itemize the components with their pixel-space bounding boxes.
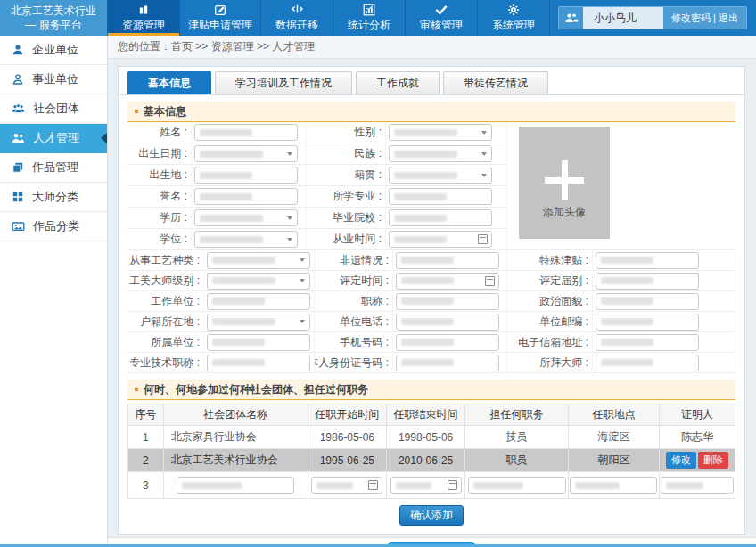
text-input[interactable] xyxy=(389,209,492,226)
field-label: 从事工艺种类 : xyxy=(127,250,204,271)
select-field[interactable] xyxy=(194,209,298,226)
text-input[interactable] xyxy=(396,293,499,310)
nav-item-system-management[interactable]: 系统管理 xyxy=(478,0,550,36)
text-input[interactable] xyxy=(596,314,699,331)
text-input[interactable] xyxy=(570,477,657,494)
tab-training-work[interactable]: 学习培训及工作情况 xyxy=(215,71,352,94)
text-input[interactable] xyxy=(177,477,294,494)
text-input[interactable] xyxy=(396,314,499,331)
confirm-add-row-button[interactable]: 确认添加 xyxy=(399,505,464,526)
caret-down-icon xyxy=(481,152,487,156)
edit-button[interactable]: 修改 xyxy=(666,452,696,469)
field-cell xyxy=(204,312,315,332)
caret-down-icon xyxy=(287,216,292,220)
text-input[interactable] xyxy=(207,355,310,371)
text-input[interactable] xyxy=(207,334,310,351)
date-field[interactable] xyxy=(311,477,382,494)
delete-button[interactable]: 删除 xyxy=(698,452,728,469)
tab-apprentice-teaching[interactable]: 带徒传艺情况 xyxy=(443,71,548,94)
select-field[interactable] xyxy=(207,314,310,331)
tab-basic-info[interactable]: 基本信息 xyxy=(127,71,211,94)
table-cell: 职员 xyxy=(465,449,569,472)
account-actions[interactable]: 修改密码 | 退出 xyxy=(663,7,746,29)
sidebar-item-social-groups[interactable]: 社会团体 xyxy=(0,94,107,124)
field-cell xyxy=(192,165,306,186)
text-input[interactable] xyxy=(194,167,298,184)
sidebar-item-enterprise-units[interactable]: 企业单位 xyxy=(0,36,107,65)
redacted-value xyxy=(396,482,432,489)
field-label: 户籍所在地 : xyxy=(127,312,204,332)
text-input[interactable] xyxy=(396,334,499,351)
avatar-upload[interactable]: 添加头像 xyxy=(519,127,610,239)
field-cell xyxy=(386,208,507,229)
select-field[interactable] xyxy=(207,273,310,290)
nav-item-audit-management[interactable]: 审核管理 xyxy=(406,0,478,36)
select-field[interactable] xyxy=(389,167,492,184)
sidebar-item-label: 事业单位 xyxy=(32,71,78,87)
text-input[interactable] xyxy=(396,355,499,371)
text-input[interactable] xyxy=(661,477,734,494)
breadcrumb: 您的位置：首页 >> 资源管理 >> 人才管理 xyxy=(107,36,756,59)
redacted-value xyxy=(601,339,653,346)
field-label: 学位 : xyxy=(127,229,192,250)
select-field[interactable] xyxy=(194,231,298,248)
field-label: 工作单位 : xyxy=(127,291,204,312)
select-field[interactable] xyxy=(207,252,310,269)
field-label: 誉名 : xyxy=(127,186,192,208)
nav-item-statistics-analysis[interactable]: 统计分析 xyxy=(333,0,406,36)
text-input[interactable] xyxy=(596,334,699,351)
table-cell: 1998-05-06 xyxy=(386,426,464,449)
date-field[interactable] xyxy=(390,477,462,494)
field-label: 单位电话 : xyxy=(315,312,393,332)
text-input[interactable] xyxy=(468,477,566,494)
text-input[interactable] xyxy=(596,273,699,290)
column-header: 社会团体名称 xyxy=(163,404,308,426)
text-input[interactable] xyxy=(207,293,310,310)
text-input[interactable] xyxy=(596,252,699,269)
nav-item-resource-management[interactable]: 资源管理 xyxy=(107,0,180,36)
input-cell xyxy=(308,472,386,499)
field-label: 毕业院校 : xyxy=(306,208,386,229)
field-label: 评定时间 : xyxy=(315,271,393,291)
caret-down-icon xyxy=(287,152,292,156)
field-cell xyxy=(386,229,507,250)
basic-info-form-bottom: 从事工艺种类 :非遗情况 :特殊津贴 :工美大师级别 :评定时间 :评定届别 :… xyxy=(127,250,735,373)
caret-down-icon xyxy=(300,320,305,323)
section-membership-header: 何时、何地参加过何种社会团体、担任过何职务 xyxy=(127,380,735,400)
redacted-value xyxy=(601,257,653,264)
text-input[interactable] xyxy=(194,124,298,141)
avatar-upload-label: 添加头像 xyxy=(519,205,610,220)
field-label: 特殊津贴 : xyxy=(507,250,593,271)
sidebar-item-institution-units[interactable]: 事业单位 xyxy=(0,65,107,94)
text-input[interactable] xyxy=(596,355,699,371)
nav-item-subsidy-application[interactable]: 津贴申请管理 xyxy=(180,0,261,36)
redacted-value xyxy=(394,129,457,136)
redacted-value xyxy=(200,236,263,243)
row-index: 3 xyxy=(128,472,164,499)
date-field[interactable] xyxy=(396,273,499,290)
redacted-value xyxy=(601,318,653,325)
edit-icon xyxy=(214,4,226,17)
text-input[interactable] xyxy=(396,252,499,269)
table-cell: 1986-05-06 xyxy=(308,426,386,449)
select-field[interactable] xyxy=(389,124,492,141)
date-field[interactable] xyxy=(389,231,492,248)
text-input[interactable] xyxy=(389,188,492,205)
text-input[interactable] xyxy=(596,293,699,310)
tab-achievements[interactable]: 工作成就 xyxy=(356,71,440,94)
sidebar-item-works-category[interactable]: 作品分类 xyxy=(0,212,107,241)
table-row[interactable]: 2北京工艺美术行业协会1995-06-252010-06-25职员朝阳区修改删除 xyxy=(128,449,735,472)
sidebar-item-talent-management[interactable]: 人才管理 xyxy=(0,124,107,153)
sidebar-item-master-category[interactable]: 大师分类 xyxy=(0,183,107,212)
nav-item-data-migration[interactable]: 数据迁移 xyxy=(261,0,333,36)
redacted-value xyxy=(200,172,252,179)
top-navigation-bar: 北京工艺美术行业 — 服务平台 资源管理津贴申请管理数据迁移统计分析审核管理系统… xyxy=(0,0,756,36)
select-field[interactable] xyxy=(194,145,298,162)
field-label: 所学专业 : xyxy=(306,186,386,208)
select-field[interactable] xyxy=(389,145,492,162)
sidebar-item-works-management[interactable]: 作品管理 xyxy=(0,153,107,183)
sidebar-item-label: 作品分类 xyxy=(33,218,79,234)
text-input[interactable] xyxy=(194,188,298,205)
redacted-value xyxy=(212,277,275,284)
section-bullet-icon xyxy=(135,110,138,113)
